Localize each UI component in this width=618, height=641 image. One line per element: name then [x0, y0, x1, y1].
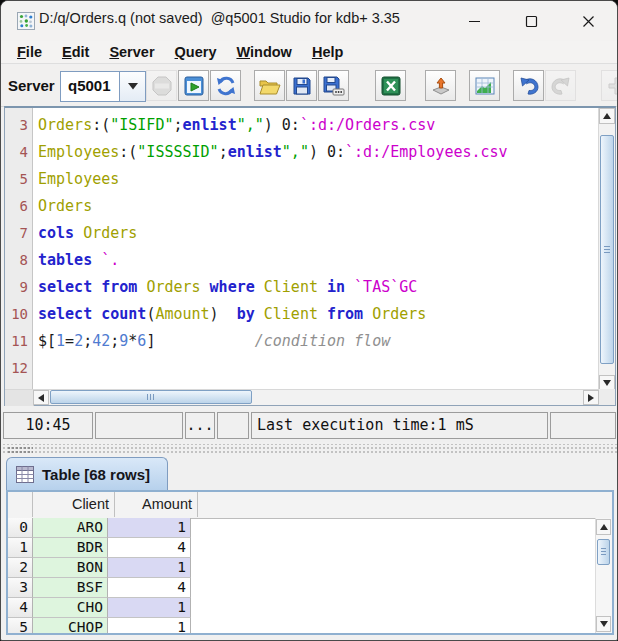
- status-cell-3: [217, 412, 249, 439]
- status-cell-0: 10:45: [3, 412, 93, 439]
- menu-server[interactable]: Server: [99, 44, 164, 60]
- row-number: 0: [8, 518, 33, 538]
- result-grid: ClientAmount 0ARO11BDR42BON13BSF44CHO15C…: [6, 490, 614, 635]
- menu-file[interactable]: File: [7, 44, 52, 60]
- row-number: 2: [8, 558, 33, 578]
- cell-client[interactable]: ARO: [33, 518, 108, 538]
- menu-query[interactable]: Query: [165, 44, 227, 60]
- server-label: Server: [8, 77, 55, 94]
- code-line[interactable]: Orders: [38, 193, 585, 220]
- table-vertical-scrollbar[interactable]: [595, 518, 612, 633]
- table-row: 2BON1: [8, 558, 588, 578]
- menu-window[interactable]: Window: [226, 44, 301, 60]
- save-as-button[interactable]: [318, 70, 349, 101]
- line-number: 9: [5, 274, 32, 301]
- scroll-up-button[interactable]: [596, 519, 611, 535]
- status-cell-4: Last execution time:1 mS: [251, 412, 548, 439]
- line-number: 8: [5, 247, 32, 274]
- tab-table-result[interactable]: Table [68 rows]: [6, 457, 168, 490]
- line-number: 3: [5, 112, 32, 139]
- chart-button[interactable]: [469, 70, 500, 101]
- minimize-button[interactable]: [446, 1, 503, 41]
- maximize-button[interactable]: [503, 1, 560, 41]
- code-editor[interactable]: 3456789101112 Orders:("ISIFD";enlist",")…: [4, 106, 616, 406]
- server-combo[interactable]: q5001: [60, 71, 146, 102]
- table-row: 3BSF4: [8, 578, 588, 598]
- column-header-corner: [8, 492, 33, 517]
- editor-vscroll-thumb[interactable]: [600, 135, 614, 364]
- cell-client[interactable]: BSF: [33, 578, 108, 598]
- line-number: 5: [5, 166, 32, 193]
- app-icon: [17, 12, 35, 30]
- scroll-up-button[interactable]: [599, 108, 615, 124]
- cell-client[interactable]: BDR: [33, 538, 108, 558]
- line-number: 6: [5, 193, 32, 220]
- cell-client[interactable]: CHO: [33, 598, 108, 618]
- status-cell-5: [550, 412, 616, 439]
- code-line[interactable]: [38, 355, 585, 382]
- execute-button[interactable]: [178, 70, 209, 101]
- result-tab-bar: Table [68 rows]: [1, 455, 617, 490]
- insert-button: [601, 70, 618, 101]
- editor-hscroll-thumb[interactable]: [50, 390, 252, 404]
- stop-button: [146, 70, 177, 101]
- menu-help[interactable]: Help: [302, 44, 353, 60]
- code-line[interactable]: select count(Amount) by Client from Orde…: [38, 301, 585, 328]
- redo-button: [545, 70, 576, 101]
- cell-amount[interactable]: 4: [108, 578, 191, 598]
- save-button[interactable]: [286, 70, 317, 101]
- export-excel-button[interactable]: [375, 70, 406, 101]
- status-cell-1: [95, 412, 183, 439]
- code-line[interactable]: select from Orders where Client in `TAS`…: [38, 274, 585, 301]
- column-header-amount[interactable]: Amount: [115, 492, 198, 517]
- status-bar: 10:45...Last execution time:1 mS: [1, 411, 617, 442]
- cell-client[interactable]: CHOP: [33, 618, 108, 635]
- code-line[interactable]: Orders:("ISIFD";enlist",") 0:`:d:/Orders…: [38, 112, 585, 139]
- cell-amount[interactable]: 4: [108, 538, 191, 558]
- cell-amount[interactable]: 1: [108, 598, 191, 618]
- export-button[interactable]: [425, 70, 456, 101]
- line-number: 11: [5, 328, 32, 355]
- studio-window: D:/q/Orders.q (not saved) @q5001 Studio …: [0, 0, 618, 641]
- column-header-client[interactable]: Client: [33, 492, 115, 517]
- line-number: 10: [5, 301, 32, 328]
- row-number: 1: [8, 538, 33, 558]
- open-file-button[interactable]: [254, 70, 285, 101]
- code-line[interactable]: Employees: [38, 166, 585, 193]
- undo-button[interactable]: [513, 70, 544, 101]
- window-title: D:/q/Orders.q (not saved) @q5001 Studio …: [39, 10, 400, 26]
- table-row: 0ARO1: [8, 518, 588, 538]
- scroll-right-button[interactable]: [583, 390, 599, 405]
- menu-bar: FileEditServerQueryWindowHelp: [1, 41, 617, 64]
- code-line[interactable]: Employees:("ISSSSID";enlist",") 0:`:d:/E…: [38, 139, 585, 166]
- code-line[interactable]: tables `.: [38, 247, 585, 274]
- line-number: 7: [5, 220, 32, 247]
- close-button[interactable]: [560, 1, 617, 41]
- line-number-gutter: 3456789101112: [5, 108, 33, 391]
- editor-vertical-scrollbar[interactable]: [598, 108, 615, 391]
- code-area[interactable]: Orders:("ISIFD";enlist",") 0:`:d:/Orders…: [38, 108, 585, 391]
- code-line[interactable]: $[1=2;42;9*6] /condition flow: [38, 328, 585, 355]
- line-number: 4: [5, 139, 32, 166]
- row-number: 5: [8, 618, 33, 635]
- table-row: 1BDR4: [8, 538, 588, 558]
- code-line[interactable]: cols Orders: [38, 220, 585, 247]
- cell-amount[interactable]: 1: [108, 518, 191, 538]
- refresh-button[interactable]: [210, 70, 241, 101]
- scroll-down-button[interactable]: [596, 616, 611, 632]
- menu-edit[interactable]: Edit: [52, 44, 99, 60]
- row-number: 4: [8, 598, 33, 618]
- cell-client[interactable]: BON: [33, 558, 108, 578]
- splitter-grip-icon[interactable]: [7, 446, 33, 453]
- title-bar[interactable]: D:/q/Orders.q (not saved) @q5001 Studio …: [1, 1, 617, 41]
- table-row: 5CHOP1: [8, 618, 588, 635]
- editor-horizontal-scrollbar[interactable]: [5, 389, 615, 405]
- cell-amount[interactable]: 1: [108, 558, 191, 578]
- chevron-down-icon[interactable]: [119, 72, 145, 101]
- scroll-left-button[interactable]: [33, 390, 49, 405]
- line-number: 12: [5, 355, 32, 382]
- cell-amount[interactable]: 1: [108, 618, 191, 635]
- table-vscroll-thumb[interactable]: [597, 539, 610, 565]
- splitter-handle[interactable]: [1, 444, 617, 455]
- grid-header: ClientAmount: [8, 492, 612, 519]
